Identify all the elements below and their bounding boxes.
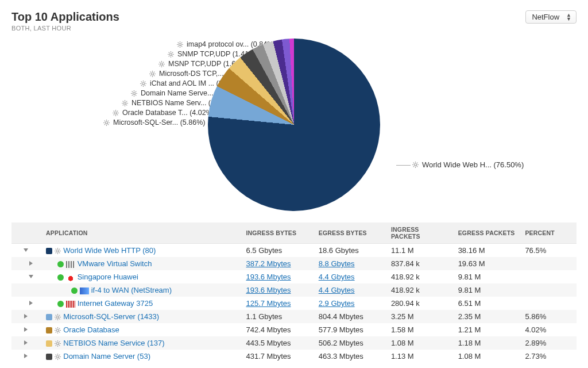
app-link[interactable]: if-4 to WAN (NetStream) <box>91 286 172 294</box>
applications-table: APPLICATION INGRESS BYTES EGRESS BYTES I… <box>11 223 577 363</box>
gear-icon <box>140 80 146 87</box>
egress-bytes-link[interactable]: 8.8 Gbytes <box>319 259 355 268</box>
caret-right-icon[interactable] <box>24 314 28 319</box>
table-row: Singapore Huawei193.6 Mbytes4.4 Gbytes41… <box>11 270 577 283</box>
caret-down-icon[interactable] <box>24 248 28 252</box>
color-swatch <box>46 327 52 334</box>
caret-right-icon[interactable] <box>24 354 28 358</box>
app-link[interactable]: NETBIOS Name Service (137) <box>63 339 164 347</box>
gear-icon <box>149 71 156 77</box>
caret-right-icon[interactable] <box>29 261 33 266</box>
page-subtitle: BOTH, LAST HOUR <box>11 25 119 32</box>
col-application[interactable]: APPLICATION <box>41 223 241 244</box>
flow-type-label: NetFlow <box>532 13 559 21</box>
chart-main-label: World Wide Web H... (76.50%) <box>412 160 524 169</box>
cisco-icon <box>66 301 75 308</box>
caret-right-icon[interactable] <box>24 327 28 332</box>
table-row: Internet Gateway 3725125.7 Mbytes2.9 Gby… <box>11 297 577 310</box>
col-egress-packets[interactable]: EGRESS PACKETS <box>454 223 521 244</box>
gear-icon <box>158 61 165 67</box>
color-swatch <box>46 340 52 347</box>
gear-icon <box>55 248 61 255</box>
flow-type-select[interactable]: NetFlow ▲▼ <box>525 10 577 24</box>
table-row: VMware Virtual Switch387.2 Mbytes8.8 Gby… <box>11 257 577 270</box>
color-swatch <box>57 301 64 307</box>
caret-right-icon[interactable] <box>29 301 33 305</box>
app-link[interactable]: Singapore Huawei <box>78 273 138 281</box>
huawei-icon <box>66 274 75 281</box>
gear-icon <box>55 340 61 347</box>
gear-icon <box>113 110 119 116</box>
color-swatch <box>46 354 52 360</box>
pie-chart: imap4 protocol ov... (0.84%)SNMP TCP,UDP… <box>11 39 577 211</box>
table-row: Domain Name Server (53)431.7 Mbytes463.3… <box>11 350 577 363</box>
gear-icon <box>55 314 61 321</box>
gear-icon <box>103 120 110 126</box>
pie-graphic <box>208 39 380 211</box>
app-link[interactable]: World Wide Web HTTP (80) <box>63 246 156 255</box>
gear-icon <box>122 100 128 106</box>
table-row: NETBIOS Name Service (137)443.5 Mbytes50… <box>11 336 577 350</box>
egress-bytes-link[interactable]: 4.4 Gbytes <box>319 286 355 294</box>
app-link[interactable]: Oracle Database <box>63 325 119 334</box>
ingress-bytes-link[interactable]: 387.2 Mbytes <box>246 259 291 268</box>
page-title: Top 10 Applications <box>11 10 119 24</box>
ingress-bytes-link[interactable]: 193.6 Mbytes <box>246 286 291 294</box>
col-ingress-bytes[interactable]: INGRESS BYTES <box>241 223 314 244</box>
table-row: if-4 to WAN (NetStream)193.6 Mbytes4.4 G… <box>11 283 577 297</box>
netstream-icon <box>80 288 89 294</box>
updown-icon: ▲▼ <box>566 13 571 21</box>
gear-icon <box>177 41 183 48</box>
color-swatch <box>71 288 78 294</box>
gear-icon <box>131 90 137 97</box>
app-link[interactable]: Internet Gateway 3725 <box>78 299 153 308</box>
app-link[interactable]: VMware Virtual Switch <box>78 259 152 268</box>
color-swatch <box>57 274 64 281</box>
table-row: World Wide Web HTTP (80)6.5 Gbytes18.6 G… <box>11 244 577 258</box>
col-ingress-packets[interactable]: INGRESS PACKETS <box>386 223 454 244</box>
ingress-bytes-link[interactable]: 193.6 Mbytes <box>246 273 291 281</box>
caret-right-icon[interactable] <box>24 340 28 345</box>
ingress-bytes-link[interactable]: 125.7 Mbytes <box>246 299 291 308</box>
gear-icon <box>55 327 61 334</box>
app-link[interactable]: Microsoft-SQL-Server (1433) <box>63 312 159 321</box>
color-swatch <box>46 248 52 254</box>
egress-bytes-link[interactable]: 2.9 Gbytes <box>319 299 355 308</box>
table-row: Microsoft-SQL-Server (1433)1.1 Gbytes804… <box>11 310 577 323</box>
app-link[interactable]: Domain Name Server (53) <box>63 352 150 361</box>
table-row: Oracle Database742.4 Mbytes577.9 Mbytes1… <box>11 323 577 336</box>
col-egress-bytes[interactable]: EGRESS BYTES <box>314 223 386 244</box>
gear-icon <box>168 51 174 57</box>
vmware-icon <box>66 261 75 268</box>
col-percent[interactable]: PERCENT <box>520 223 577 244</box>
caret-down-icon[interactable] <box>29 275 33 278</box>
gear-icon <box>55 354 61 361</box>
color-swatch <box>57 261 64 267</box>
gear-icon <box>412 162 419 168</box>
egress-bytes-link[interactable]: 4.4 Gbytes <box>319 273 355 281</box>
color-swatch <box>46 314 52 320</box>
